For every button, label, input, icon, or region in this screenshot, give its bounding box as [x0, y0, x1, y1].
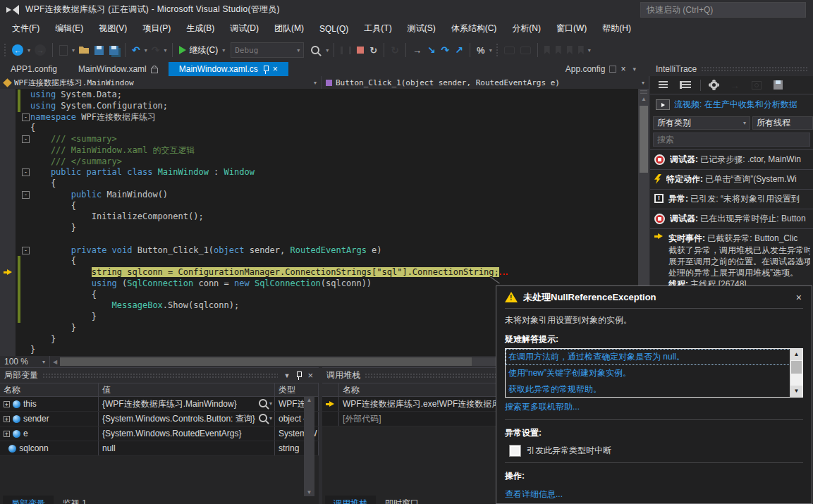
category-filter-dropdown[interactable]: 所有类别 ▾: [653, 116, 750, 130]
locals-scrollbar[interactable]: ▲ ▼: [304, 396, 314, 496]
chevron-down-icon[interactable]: ▾: [269, 400, 272, 407]
show-comments-button[interactable]: [518, 44, 534, 56]
apply-code-changes-button[interactable]: ↻: [388, 42, 402, 58]
troubleshooting-tip-link[interactable]: 使用“new”关键字创建对象实例。: [506, 365, 790, 381]
scroll-up-icon[interactable]: ▲: [790, 349, 802, 360]
troubleshooting-tip-link[interactable]: 在调用方法前，通过检查确定对象是否为 null。: [506, 349, 790, 365]
menu-item-1[interactable]: 文件(F): [4, 20, 47, 37]
menu-item-13[interactable]: 窗口(W): [549, 20, 594, 37]
open-file-button[interactable]: [76, 44, 92, 56]
toggle-bookmark-button[interactable]: [542, 44, 553, 56]
stream-video-link[interactable]: 流视频: 在生产中收集和分析数据: [674, 99, 797, 111]
scroll-up-icon[interactable]: ▲: [304, 397, 314, 403]
menu-item-6[interactable]: 调试(D): [222, 20, 267, 37]
save-button[interactable]: [92, 44, 106, 57]
dropdown-caret-icon[interactable]: ▾: [222, 47, 225, 54]
intellitrace-event[interactable]: 调试器: 已记录步骤: .ctor, MainWin: [650, 150, 813, 169]
intellitrace-event[interactable]: !异常: 已引发: “未将对象引用设置到: [650, 189, 813, 209]
magnifier-icon[interactable]: [259, 414, 267, 422]
new-comment-button[interactable]: [501, 44, 518, 56]
intellitrace-event[interactable]: 调试器: 已在出现异常时停止: Button: [650, 209, 813, 228]
dropdown-caret-icon[interactable]: ▾: [164, 47, 167, 54]
chevron-down-icon[interactable]: ▾: [269, 415, 272, 422]
continue-button[interactable]: 继续(C): [176, 42, 221, 59]
save-intellitrace-log-button[interactable]: [771, 78, 786, 92]
intellitrace-settings-button[interactable]: [707, 79, 721, 91]
column-header[interactable]: 值: [99, 383, 275, 396]
pin-icon[interactable]: [295, 371, 302, 380]
exception-action-link[interactable]: 查看详细信息...: [505, 485, 803, 504]
quick-launch-input[interactable]: 快速启动 (Ctrl+Q): [640, 2, 806, 18]
menu-item-12[interactable]: 分析(N): [504, 20, 549, 37]
pin-icon[interactable]: [262, 65, 269, 74]
close-icon[interactable]: ×: [306, 370, 314, 381]
tab-MainWindow.xaml[interactable]: MainWindow.xaml: [68, 62, 169, 76]
tab-APP1.config[interactable]: APP1.config: [0, 62, 68, 76]
next-bookmark-button[interactable]: [564, 44, 575, 56]
table-row[interactable]: +this{WPF连接数据库练习.MainWindow}▾WPF连接: [0, 397, 319, 412]
member-dropdown[interactable]: Button_Click_1(object sender, RoutedEven…: [322, 76, 649, 89]
dropdown-caret-icon[interactable]: ▾: [489, 47, 492, 54]
fold-collapse-icon[interactable]: -: [22, 168, 30, 176]
fold-collapse-icon[interactable]: -: [22, 135, 30, 143]
window-position-icon[interactable]: ▼: [282, 372, 291, 379]
clear-bookmarks-button[interactable]: [575, 44, 587, 56]
menu-item-9[interactable]: 工具(T): [356, 20, 399, 37]
dropdown-caret-icon[interactable]: ▾: [326, 47, 329, 54]
step-over-button[interactable]: ↷: [439, 42, 453, 58]
dropdown-caret-icon[interactable]: ▾: [588, 47, 591, 54]
scroll-down-icon[interactable]: ▼: [304, 489, 314, 496]
scrollbar-thumb[interactable]: [640, 106, 648, 173]
column-header[interactable]: 类型: [275, 383, 319, 396]
menu-item-3[interactable]: 视图(V): [91, 20, 135, 37]
break-on-exception-checkbox[interactable]: [509, 445, 521, 457]
column-header[interactable]: 名称: [0, 383, 99, 396]
redo-button[interactable]: ↷: [149, 42, 163, 58]
table-row[interactable]: sqlconnnullstring: [0, 441, 319, 456]
scroll-left-icon[interactable]: ◀: [50, 359, 60, 365]
troubleshooting-tip-link[interactable]: 获取此异常的常规帮助。: [506, 381, 790, 397]
scrollbar-thumb[interactable]: [60, 357, 472, 366]
menu-item-10[interactable]: 测试(S): [400, 20, 444, 37]
solution-configuration-dropdown[interactable]: Debug▾: [231, 42, 304, 58]
show-next-statement-button[interactable]: →: [410, 43, 424, 58]
menu-item-7[interactable]: 团队(M): [267, 20, 312, 37]
menu-item-5[interactable]: 生成(B): [178, 20, 222, 37]
close-icon[interactable]: ×: [273, 66, 278, 73]
tab-App.config[interactable]: App.config×▾: [555, 62, 649, 76]
navigate-backward-button[interactable]: ←: [9, 42, 26, 58]
events-list-view-button[interactable]: [656, 79, 671, 91]
dropdown-caret-icon[interactable]: ▾: [27, 47, 30, 54]
fold-collapse-icon[interactable]: -: [22, 191, 30, 199]
search-online-help-link[interactable]: 搜索更多联机帮助...: [505, 398, 803, 417]
new-item-button[interactable]: [56, 43, 71, 58]
tab-局部变量[interactable]: 局部变量: [3, 496, 54, 504]
save-all-button[interactable]: [106, 44, 121, 57]
table-row[interactable]: +e{System.Windows.RoutedEventArgs}System…: [0, 426, 319, 441]
step-into-button[interactable]: ↘: [424, 42, 439, 58]
fold-collapse-icon[interactable]: -: [22, 113, 30, 121]
magnifier-icon[interactable]: [259, 399, 267, 407]
locals-header[interactable]: 局部变量 ▼ ×: [0, 368, 319, 383]
expand-icon[interactable]: +: [4, 401, 10, 407]
timeline-window-button[interactable]: [749, 79, 764, 92]
undo-button[interactable]: ↶: [129, 42, 143, 58]
fold-collapse-icon[interactable]: -: [22, 247, 30, 254]
close-icon[interactable]: ×: [795, 292, 803, 303]
step-out-button[interactable]: ↗: [452, 42, 466, 58]
tab-MainWindow.xaml.cs[interactable]: MainWindow.xaml.cs×: [169, 62, 288, 76]
dropdown-caret-icon[interactable]: ▾: [72, 47, 75, 54]
menu-item-11[interactable]: 体系结构(C): [444, 20, 505, 37]
expand-icon[interactable]: +: [4, 431, 10, 437]
type-dropdown[interactable]: WPF连接数据库练习.MainWindow ▾: [0, 76, 322, 89]
calls-view-button[interactable]: [677, 79, 694, 91]
menu-item-4[interactable]: 项目(P): [135, 20, 178, 37]
thread-filter-dropdown[interactable]: 所有线程: [752, 116, 813, 130]
tab-即时窗口[interactable]: 即时窗口: [377, 496, 427, 504]
stop-debugging-button[interactable]: [354, 44, 367, 56]
search-input[interactable]: 搜索: [653, 133, 810, 147]
scrollbar-thumb[interactable]: [791, 361, 802, 374]
close-icon[interactable]: ×: [621, 66, 625, 73]
splitter-grip[interactable]: [640, 90, 647, 94]
tab-监视 1[interactable]: 监视 1: [54, 496, 95, 504]
